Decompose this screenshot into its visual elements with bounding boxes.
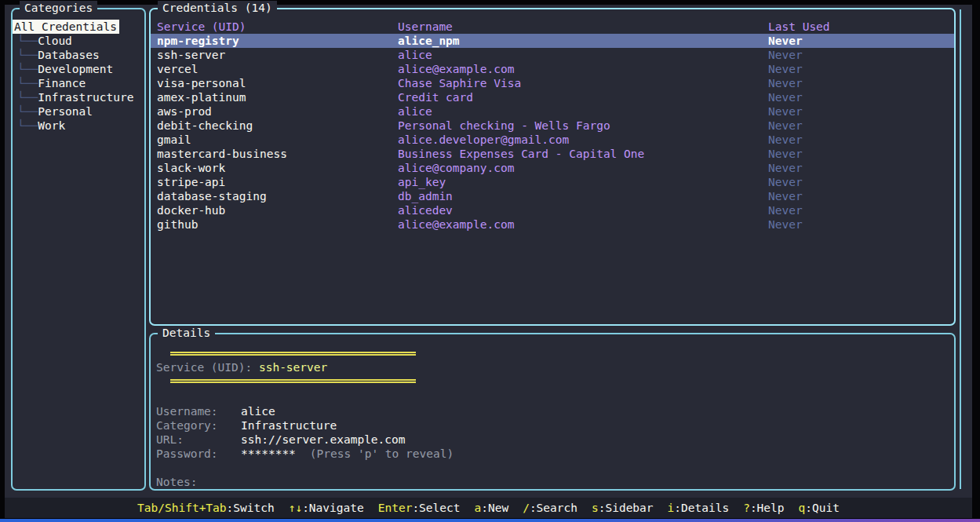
credentials-panel-title: Credentials (14) — [158, 1, 277, 15]
credential-row[interactable]: gmail alice.developer@gmail.com Never — [151, 133, 954, 147]
keybinding-action: :Navigate — [302, 502, 364, 514]
keybinding-action: :Details — [674, 502, 729, 514]
credential-row[interactable]: ssh-server alice Never — [151, 48, 954, 62]
credential-service: database-staging — [151, 189, 398, 203]
keybinding-key: a — [474, 502, 481, 514]
credential-last-used: Never — [768, 203, 954, 217]
details-field-hint: (Press 'p' to reveal) — [310, 447, 454, 461]
sidebar-item-finance[interactable]: └──Finance — [13, 76, 144, 90]
tree-branch-icon: └── — [17, 63, 38, 75]
categories-list: All Credentials └──Cloud └──Databases └─… — [13, 9, 144, 133]
keybinding-hint: s:Sidebar — [592, 501, 654, 515]
keybinding-hint: Tab/Shift+Tab:Switch — [137, 501, 275, 515]
credential-service: mastercard-business — [151, 147, 398, 161]
credential-row[interactable]: aws-prod alice Never — [151, 104, 954, 119]
credential-last-used: Never — [768, 90, 954, 104]
sidebar-item-label: Databases — [38, 49, 100, 61]
credential-username: alice — [398, 48, 768, 62]
credentials-rows: npm-registry alice_npm Never ssh-server … — [151, 34, 954, 232]
keybinding-hint: ↑↓:Navigate — [289, 501, 364, 515]
window-frame: Categories All Credentials └──Cloud └──D… — [0, 0, 980, 522]
keybinding-key: ? — [743, 502, 750, 514]
details-panel-title: Details — [158, 326, 215, 340]
keybinding-hint: q:Quit — [799, 501, 840, 515]
credential-row[interactable]: debit-checking Personal checking - Wells… — [151, 119, 954, 133]
details-service-value: ssh-server — [259, 361, 327, 374]
column-header-username: Username — [398, 20, 768, 34]
details-field: Password:********(Press 'p' to reveal) — [156, 447, 954, 461]
credential-row[interactable]: stripe-api api_key Never — [151, 175, 954, 189]
credential-row[interactable]: vercel alice@example.com Never — [151, 62, 954, 76]
keybinding-action: :Search — [530, 502, 577, 514]
details-body: Service (UID): ssh-server Username:alice… — [151, 334, 954, 489]
credential-username: Personal checking - Wells Fargo — [398, 119, 768, 133]
sidebar-item-databases[interactable]: └──Databases — [13, 48, 144, 62]
credential-username: db_admin — [398, 189, 768, 203]
credential-row[interactable]: npm-registry alice_npm Never — [151, 34, 954, 48]
right-border-accent — [960, 9, 961, 489]
column-header-last-used: Last Used — [768, 20, 954, 34]
details-field: Username:alice — [156, 404, 954, 418]
credential-row[interactable]: database-staging db_admin Never — [151, 189, 954, 203]
sidebar-item-label: Personal — [38, 105, 93, 118]
sidebar-item-label: Infrastructure — [38, 91, 133, 104]
credential-service: amex-platinum — [151, 90, 398, 104]
tree-branch-icon: └── — [17, 77, 38, 89]
credential-last-used: Never — [768, 34, 954, 48]
credentials-panel: Credentials (14) Service (UID) Username … — [149, 8, 956, 326]
sidebar-item-development[interactable]: └──Development — [13, 62, 144, 76]
credential-username: alice — [398, 104, 768, 119]
credential-service: visa-personal — [151, 76, 398, 90]
credential-username: Business Expenses Card - Capital One — [398, 147, 768, 161]
tree-branch-icon: └── — [17, 35, 38, 47]
details-service-line: Service (UID): ssh-server — [156, 360, 954, 374]
credential-username: alice@example.com — [398, 62, 768, 76]
credential-last-used: Never — [768, 217, 954, 232]
keybinding-key: i — [668, 502, 675, 514]
keybinding-key: / — [523, 502, 530, 514]
keybinding-action: :Switch — [227, 502, 275, 514]
keybinding-action: :Sidebar — [599, 502, 654, 514]
credential-last-used: Never — [768, 175, 954, 189]
credential-last-used: Never — [768, 147, 954, 161]
sidebar-item-infrastructure[interactable]: └──Infrastructure — [13, 90, 144, 104]
keybinding-hint: Enter:Select — [378, 501, 461, 515]
details-field: URL:ssh://server.example.com — [156, 433, 954, 447]
credential-last-used: Never — [768, 119, 954, 133]
details-field-value: ssh://server.example.com — [241, 433, 406, 447]
details-panel: Details Service (UID): ssh-server Userna… — [149, 333, 956, 491]
sidebar-item-label: Work — [38, 119, 65, 132]
credential-row[interactable]: amex-platinum Credit card Never — [151, 90, 954, 104]
window-bottom-edge — [0, 519, 980, 522]
sidebar-item-cloud[interactable]: └──Cloud — [13, 34, 144, 48]
categories-panel: Categories All Credentials └──Cloud └──D… — [11, 8, 146, 491]
credential-row[interactable]: visa-personal Chase Saphire Visa Never — [151, 76, 954, 90]
details-fields: Username:alice Category:Infrastructure U… — [156, 404, 954, 461]
credential-row[interactable]: mastercard-business Business Expenses Ca… — [151, 147, 954, 161]
credential-last-used: Never — [768, 48, 954, 62]
details-notes-label: Notes: — [156, 475, 241, 489]
status-bar: Tab/Shift+Tab:Switch ↑↓:Navigate Enter:S… — [5, 498, 972, 518]
keybinding-action: :Select — [412, 502, 460, 514]
sidebar-item-work[interactable]: └──Work — [13, 119, 144, 133]
details-service-label: Service (UID): — [156, 361, 259, 374]
credential-row[interactable]: slack-work alice@company.com Never — [151, 161, 954, 175]
keybinding-key: Enter — [378, 502, 413, 514]
credential-username: Chase Saphire Visa — [398, 76, 768, 90]
sidebar-item-all-credentials[interactable]: All Credentials — [13, 20, 144, 34]
credential-last-used: Never — [768, 76, 954, 90]
sidebar-item-personal[interactable]: └──Personal — [13, 104, 144, 119]
credential-last-used: Never — [768, 104, 954, 119]
keybinding-key: s — [592, 502, 599, 514]
keybinding-hint: ?:Help — [743, 501, 784, 515]
credential-row[interactable]: github alice@example.com Never — [151, 217, 954, 232]
details-field-label: URL: — [156, 433, 241, 447]
credential-row[interactable]: docker-hub alicedev Never — [151, 203, 954, 217]
credentials-table: Service (UID) Username Last Used npm-reg… — [151, 9, 954, 232]
credential-username: alice.developer@gmail.com — [398, 133, 768, 147]
keybinding-key: q — [799, 502, 806, 514]
details-field: Category:Infrastructure — [156, 418, 954, 433]
tree-branch-icon: └── — [17, 49, 38, 61]
sidebar-item-label: Finance — [38, 77, 86, 89]
keybinding-hint: i:Details — [668, 501, 730, 515]
